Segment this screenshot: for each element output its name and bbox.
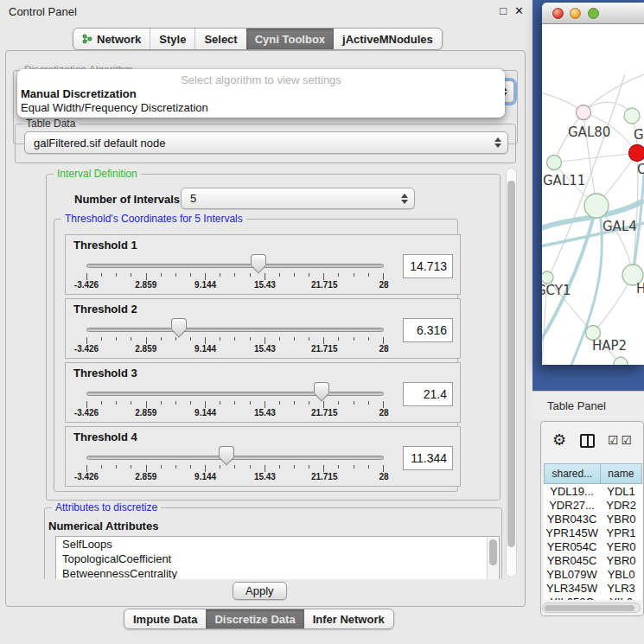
tab-cyni-toolbox[interactable]: Cyni Toolbox	[246, 29, 334, 49]
tick-mark	[294, 465, 295, 469]
panel-vertical-scrollbar[interactable]	[506, 168, 517, 577]
close-traffic-light-icon[interactable]	[552, 8, 564, 19]
tick-mark	[338, 465, 339, 469]
network-view-window[interactable]: GAL80 GA GAL11 C GAL4 GCY1 H HAP2	[542, 3, 644, 365]
tick-mark	[338, 401, 339, 405]
panel-scrollbar-thumb[interactable]	[507, 181, 515, 547]
tick-mark	[265, 401, 265, 408]
tick-mark	[175, 401, 176, 405]
apply-button[interactable]: Apply	[233, 582, 287, 600]
tick-mark	[116, 401, 117, 405]
tick-mark	[234, 337, 235, 341]
slider-scale-label: 21.715	[311, 472, 338, 481]
node-label: GAL80	[568, 124, 610, 140]
column-header-shared[interactable]: shared...	[544, 463, 601, 484]
table-row[interactable]: YPR145WYPR1	[544, 526, 642, 539]
table-rows: YDL19...YDL1YDR27...YDR2YBR043CYBR0YPR14…	[544, 484, 642, 600]
slider-scale-label: -3.426	[74, 408, 99, 418]
table-horizontal-scrollbar[interactable]	[542, 603, 641, 613]
list-item[interactable]: BetweennessCentrality	[56, 566, 499, 579]
tab-style[interactable]: Style	[150, 29, 194, 49]
dropdown-option-equal-width-frequency[interactable]: Equal Width/Frequency Discretization	[20, 101, 208, 114]
threshold-1-value-field[interactable]	[403, 254, 453, 278]
algorithm-dropdown-popup: Select algorithm to view settings Manual…	[17, 69, 505, 118]
settings-scroll-area: Interval Definition Number of Intervals …	[10, 167, 518, 579]
tick-mark	[368, 465, 369, 469]
tick-mark	[220, 337, 220, 341]
threshold-2-slider-thumb[interactable]	[171, 318, 187, 329]
threshold-4-value-field[interactable]	[403, 446, 453, 470]
toolbox-tab-bar: Network Style Select Cyni Toolbox jActiv…	[73, 28, 443, 50]
table-row[interactable]: YIL052CYIL0	[544, 595, 642, 600]
slider-scale-label: 2.859	[135, 472, 156, 481]
list-item[interactable]: TopologicalCoefficient	[56, 552, 499, 566]
table-row[interactable]: YLR345WYLR3	[544, 581, 642, 595]
tab-impute-data-label: Impute Data	[133, 613, 197, 626]
zoom-traffic-light-icon[interactable]	[588, 8, 599, 19]
tab-infer-network[interactable]: Infer Network	[304, 609, 393, 628]
tab-cyni-toolbox-label: Cyni Toolbox	[255, 33, 325, 46]
table-row[interactable]: YBL079WYBL0	[544, 567, 642, 581]
node-label: H	[636, 281, 644, 296]
tab-discretize-data[interactable]: Discretize Data	[206, 609, 303, 628]
gear-icon[interactable]: ⚙	[552, 431, 566, 449]
checkbox-icons[interactable]: ☑☑	[608, 433, 634, 447]
column-header-name[interactable]: name	[600, 463, 642, 484]
tick-mark	[190, 337, 191, 341]
threshold-4-slider-thumb[interactable]	[219, 446, 234, 457]
table-row[interactable]: YDR27...YDR2	[544, 498, 642, 512]
tab-network[interactable]: Network	[73, 29, 150, 49]
threshold-1-slider-track[interactable]	[86, 264, 384, 268]
threshold-2-slider-track[interactable]	[86, 328, 384, 332]
threshold-1-slider-thumb[interactable]	[251, 254, 266, 265]
threshold-4-slider-track[interactable]	[86, 456, 384, 460]
tick-mark	[338, 337, 339, 341]
tick-mark	[175, 273, 176, 277]
tick-mark	[86, 465, 87, 472]
threshold-3-slider-thumb[interactable]	[314, 382, 329, 393]
threshold-3-box: Threshold 3 -3.4262.8599.14415.4321.7152…	[65, 362, 461, 423]
tick-mark	[323, 401, 324, 408]
minimize-traffic-light-icon[interactable]	[570, 8, 581, 19]
table-data-combobox[interactable]: galFiltered.sif default node	[24, 131, 508, 154]
tab-jactivemnodules[interactable]: jActiveMNodules	[334, 29, 442, 49]
tab-select[interactable]: Select	[194, 29, 245, 49]
list-item[interactable]: SelfLoops	[56, 537, 499, 552]
table-row[interactable]: YBR045CYBR0	[544, 553, 642, 567]
threshold-3-value-field[interactable]	[403, 382, 453, 406]
node-label: GAL11	[543, 173, 585, 188]
cell-name: YER0	[600, 540, 642, 553]
close-icon[interactable]: ✕	[514, 4, 524, 18]
tick-mark	[250, 273, 251, 277]
threshold-2-value-field[interactable]	[403, 318, 453, 342]
tick-mark	[205, 465, 206, 472]
threshold-3-slider-track[interactable]	[86, 392, 384, 396]
tick-mark	[220, 401, 220, 405]
number-of-intervals-combobox[interactable]: 5	[181, 188, 415, 209]
split-columns-icon[interactable]	[580, 434, 595, 448]
cell-name: YDL1	[600, 485, 642, 498]
tick-mark	[323, 337, 324, 344]
tick-mark	[383, 337, 384, 344]
table-row[interactable]: YDL19...YDL1	[544, 484, 642, 498]
slider-ticks	[86, 465, 384, 472]
tick-mark	[101, 465, 102, 469]
network-canvas[interactable]: GAL80 GA GAL11 C GAL4 GCY1 H HAP2	[542, 24, 644, 365]
numerical-attributes-list[interactable]: SelfLoopsTopologicalCoefficientBetweenne…	[55, 536, 500, 579]
tab-impute-data[interactable]: Impute Data	[124, 609, 206, 628]
float-window-icon[interactable]: □	[500, 4, 507, 18]
cell-shared-name: YER054C	[544, 540, 600, 553]
network-window-titlebar[interactable]	[542, 3, 644, 24]
attributes-list-scrollbar[interactable]	[487, 538, 498, 579]
hscrollbar-thumb[interactable]	[545, 605, 634, 611]
dropdown-option-manual-discretization[interactable]: Manual Discretization	[20, 87, 137, 100]
node-label: GAL4	[603, 219, 637, 234]
tick-mark	[131, 273, 131, 277]
cell-name: YBR0	[600, 554, 642, 567]
node-label: HAP2	[592, 338, 627, 354]
table-row[interactable]: YER054CYER0	[544, 539, 642, 553]
tick-mark	[161, 465, 162, 469]
threshold-4-box: Threshold 4 -3.4262.8599.14415.4321.7152…	[65, 426, 461, 487]
node-table[interactable]: shared... name YDL19...YDL1YDR27...YDR2Y…	[544, 463, 642, 600]
table-row[interactable]: YBR043CYBR0	[544, 512, 642, 526]
